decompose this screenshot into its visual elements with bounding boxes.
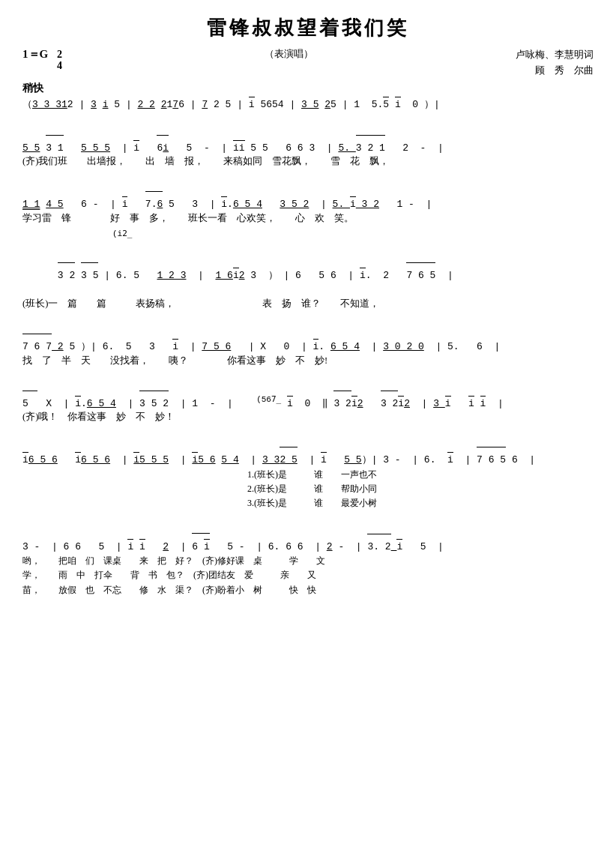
- authors: 卢咏梅、李慧明词 顾 秀 尔曲: [516, 47, 594, 79]
- s5-notes: 7 6 7 2 5 ）| 6. 5 3 i | 7 5 6 | X 0 | i.…: [22, 325, 594, 355]
- s3-lyrics: 学习雷 锋 好 事 多， 班长一看 心欢笑， 心 欢 笑。: [22, 212, 594, 226]
- time-signature: 2 4: [57, 49, 62, 72]
- section7: i6 5 6 i6 5 6 | i5 5 5 | i5 6 5 4 | 3 32…: [22, 438, 594, 511]
- s4-lyrics: (班长)一 篇 篇 表扬稿， 表 扬 谁？ 不知道，: [22, 298, 594, 311]
- s7-notes: i6 5 6 i6 5 6 | i5 5 5 | i5 6 5 4 | 3 32…: [22, 438, 594, 468]
- s4-notes: (i2̲ 3 2 3 5 | 6. 5 1 2 3 | 1 6i2 3 ） | …: [22, 238, 594, 298]
- section8: 3 - | 6 6 5 | i i 2 | 6 i 5 - | 6. 6 6 |…: [22, 524, 594, 597]
- section6: 5 X | i.6 5 4 | 3 5 2 | 1 - | (567̲ i 0 …: [22, 381, 594, 424]
- page-container: 雷锋叔叔望着我们笑 1＝G 2 4 （表演唱） 卢咏梅、李慧明词 顾 秀 尔曲 …: [22, 15, 594, 597]
- tempo: 稍快: [22, 82, 594, 95]
- s7-lyrics-block: 1.(班长)是 谁 一声也不 2.(班长)是 谁 帮助小同 3.(班长)是 谁 …: [22, 468, 594, 511]
- s7-lyrics-left: [22, 468, 247, 511]
- section2: 5 5 3 1 5 5 5 | i 6i 5 - | ii 5 5 6 6 3 …: [22, 125, 594, 169]
- performer: （表演唱）: [265, 47, 313, 61]
- s5-lyrics: 找 了 半 天 没找着， 咦？ 你看这事 妙 不 妙!: [22, 355, 594, 368]
- s8-lyrics-block: 哟， 把咱 们 课桌 来 把 好？ (齐)修好课 桌 学 文 学， 雨 中 打伞…: [22, 554, 594, 597]
- section5: 7 6 7 2 5 ）| 6. 5 3 i | 7 5 6 | X 0 | i.…: [22, 325, 594, 368]
- s8-notes: 3 - | 6 6 5 | i i 2 | 6 i 5 - | 6. 6 6 |…: [22, 524, 594, 554]
- s7-lyrics-right: 1.(班长)是 谁 一声也不 2.(班长)是 谁 帮助小同 3.(班长)是 谁 …: [247, 468, 377, 511]
- s6-lyrics: (齐)哦！ 你看这事 妙 不 妙！: [22, 411, 594, 424]
- section4: (i2̲ 3 2 3 5 | 6. 5 1 2 3 | 1 6i2 3 ） | …: [22, 238, 594, 311]
- intro-section: （3 3 312 | 3 i 5 | 2 2 2176 | 7 2 5 | i …: [22, 97, 594, 112]
- title: 雷锋叔叔望着我们笑: [22, 15, 594, 41]
- s6-notes: 5 X | i.6 5 4 | 3 5 2 | 1 - | (567̲ i 0 …: [22, 381, 594, 411]
- section3: 1 1 4 5 6 - | i 7.6 5 3 | i.6 5 4 3 5 2 …: [22, 182, 594, 226]
- s2-notes: 5 5 3 1 5 5 5 | i 6i 5 - | ii 5 5 6 6 3 …: [22, 125, 594, 155]
- s3-notes: 1 1 4 5 6 - | i 7.6 5 3 | i.6 5 4 3 5 2 …: [22, 182, 594, 212]
- s2-lyrics: (齐)我们班 出墙报， 出 墙 报， 来稿如同 雪花飘， 雪 花 飘，: [22, 155, 594, 169]
- key-label: 1＝G: [22, 47, 48, 61]
- intro-notes: （3 3 312 | 3 i 5 | 2 2 2176 | 7 2 5 | i …: [22, 97, 594, 112]
- key-time: 1＝G 2 4: [22, 47, 62, 72]
